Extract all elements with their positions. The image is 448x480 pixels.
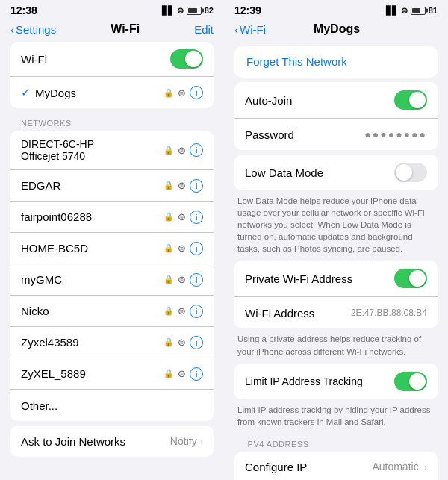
configure-ip-value: Automatic <box>372 461 418 473</box>
wifi-toggle[interactable] <box>170 49 203 69</box>
time-left: 12:38 <box>10 4 37 16</box>
status-icons-left: ▋▋ ⊜ 82 <box>162 6 214 16</box>
wifi-label: Wi-Fi <box>21 53 170 66</box>
network-icons: 🔒 ⊜ i <box>164 211 203 224</box>
back-label[interactable]: Wi-Fi <box>240 23 266 36</box>
wifi-icon: ⊜ <box>178 211 186 222</box>
low-data-label: Low Data Mode <box>245 166 323 179</box>
autojoin-row[interactable]: Auto-Join <box>234 82 438 119</box>
mydogs-row[interactable]: ✓ MyDogs 🔒 ⊜ i <box>10 77 214 108</box>
mydogs-icons: 🔒 ⊜ i <box>164 86 203 99</box>
forget-network-card[interactable]: Forget This Network <box>234 46 438 78</box>
low-data-row[interactable]: Low Data Mode <box>234 155 438 190</box>
battery-fill <box>412 8 420 13</box>
password-label: Password <box>245 128 294 141</box>
nav-bar-right: ‹ Wi-Fi MyDogs <box>224 19 448 42</box>
network-icons: 🔒 ⊜ i <box>164 336 203 349</box>
network-zyxel5889[interactable]: ZyXEL_5889 🔒 ⊜ i <box>10 358 214 390</box>
lock-icon: 🔒 <box>164 88 174 98</box>
network-nicko[interactable]: Nicko 🔒 ⊜ i <box>10 296 214 327</box>
network-name: fairpoint06288 <box>21 211 164 223</box>
forget-network-label[interactable]: Forget This Network <box>246 55 347 68</box>
lock-icon: 🔒 <box>164 243 174 253</box>
network-name: myGMC <box>21 273 164 286</box>
wifi-address-row: Wi-Fi Address 2E:47:BB:88:08:B4 <box>234 297 438 328</box>
info-icon[interactable]: i <box>190 367 203 381</box>
edit-button[interactable]: Edit <box>194 23 214 36</box>
info-icon[interactable]: i <box>190 273 203 287</box>
chevron-back-icon: ‹ <box>10 23 14 36</box>
info-icon[interactable]: i <box>190 211 203 224</box>
low-data-section: Low Data Mode <box>234 155 438 190</box>
info-icon[interactable]: i <box>190 143 203 157</box>
info-icon[interactable]: i <box>190 86 203 99</box>
ask-join-label: Ask to Join Networks <box>21 435 170 448</box>
network-name: EDGAR <box>21 179 164 192</box>
wifi-address-value: 2E:47:BB:88:08:B4 <box>351 308 427 318</box>
left-scroll: Wi-Fi ✓ MyDogs 🔒 ⊜ i NETWORKS DIRECT-6C-… <box>0 42 224 480</box>
private-wifi-section: Private Wi-Fi Address Wi-Fi Address 2E:4… <box>234 261 438 328</box>
network-name: DIRECT-6C-HP Officejet 5740 <box>21 138 164 162</box>
low-data-toggle[interactable] <box>394 163 427 182</box>
private-address-description: Using a private address helps reduce tra… <box>234 333 438 357</box>
network-fairpoint[interactable]: fairpoint06288 🔒 ⊜ i <box>10 202 214 233</box>
page-title-left: Wi-Fi <box>111 22 140 36</box>
network-zyxel[interactable]: Zyxel43589 🔒 ⊜ i <box>10 327 214 358</box>
configure-ip-row[interactable]: Configure IP Automatic › <box>234 452 438 480</box>
back-label[interactable]: Settings <box>16 23 56 36</box>
networks-header: NETWORKS <box>0 113 224 131</box>
network-name: Zyxel43589 <box>21 336 164 349</box>
lock-icon: 🔒 <box>164 181 174 190</box>
lock-icon: 🔒 <box>164 306 174 316</box>
network-mygmc[interactable]: myGMC 🔒 ⊜ i <box>10 264 214 296</box>
configure-ip-label: Configure IP <box>245 461 307 473</box>
chevron-back-icon: ‹ <box>234 23 238 36</box>
network-icons: 🔒 ⊜ i <box>164 143 203 157</box>
autojoin-toggle[interactable] <box>394 90 427 110</box>
private-wifi-toggle[interactable] <box>394 269 427 288</box>
wifi-icon: ⊜ <box>178 274 186 285</box>
info-icon[interactable]: i <box>190 336 203 349</box>
wifi-icon: ⊜ <box>178 180 186 191</box>
password-value: ●●●●●●●● <box>364 128 427 140</box>
autojoin-section: Auto-Join Password ●●●●●●●● <box>234 82 438 150</box>
network-edgar[interactable]: EDGAR 🔒 ⊜ i <box>10 170 214 202</box>
battery-fill <box>188 8 196 13</box>
low-data-description: Low Data Mode helps reduce your iPhone d… <box>234 195 438 255</box>
limit-ip-description: Limit IP address tracking by hiding your… <box>234 404 438 428</box>
info-icon[interactable]: i <box>190 242 203 255</box>
back-settings[interactable]: ‹ Settings <box>10 23 56 36</box>
limit-ip-toggle[interactable] <box>394 372 427 391</box>
network-name: ZyXEL_5889 <box>21 367 164 380</box>
checkmark-icon: ✓ <box>21 86 31 99</box>
ipv4-section: Configure IP Automatic › IP Address 10.0… <box>234 452 438 480</box>
right-panel: 12:39 ▋▋ ⊜ 81 ‹ Wi-Fi MyDogs Forget This… <box>224 0 448 480</box>
notify-value: Notify <box>170 435 197 447</box>
wifi-toggle-row[interactable]: Wi-Fi <box>10 42 214 77</box>
back-wifi[interactable]: ‹ Wi-Fi <box>234 23 266 36</box>
ask-join-row[interactable]: Ask to Join Networks Notify › <box>10 426 214 457</box>
network-hp[interactable]: DIRECT-6C-HP Officejet 5740 🔒 ⊜ i <box>10 131 214 170</box>
wifi-status-icon: ⊜ <box>177 6 184 16</box>
wifi-signal-icon: ⊜ <box>178 87 186 99</box>
password-row[interactable]: Password ●●●●●●●● <box>234 119 438 150</box>
network-other[interactable]: Other... <box>10 390 214 421</box>
info-icon[interactable]: i <box>190 305 203 318</box>
ipv4-header: IPV4 ADDRESS <box>224 434 448 452</box>
chevron-icon: › <box>424 461 427 473</box>
wifi-section: Wi-Fi ✓ MyDogs 🔒 ⊜ i <box>10 42 214 108</box>
private-wifi-row[interactable]: Private Wi-Fi Address <box>234 261 438 297</box>
wifi-status-icon: ⊜ <box>401 6 408 16</box>
battery-pct-right: 81 <box>429 6 438 15</box>
wifi-icon: ⊜ <box>178 337 186 348</box>
network-homebc5d[interactable]: HOME-BC5D 🔒 ⊜ i <box>10 233 214 264</box>
network-icons: 🔒 ⊜ i <box>164 305 203 318</box>
time-right: 12:39 <box>234 4 261 16</box>
limit-ip-section: Limit IP Address Tracking <box>234 364 438 399</box>
signal-icon: ▋▋ <box>162 6 174 16</box>
network-name: Other... <box>21 399 203 412</box>
limit-ip-row[interactable]: Limit IP Address Tracking <box>234 364 438 399</box>
info-icon[interactable]: i <box>190 179 203 193</box>
lock-icon: 🔒 <box>164 275 174 284</box>
lock-icon: 🔒 <box>164 146 174 155</box>
